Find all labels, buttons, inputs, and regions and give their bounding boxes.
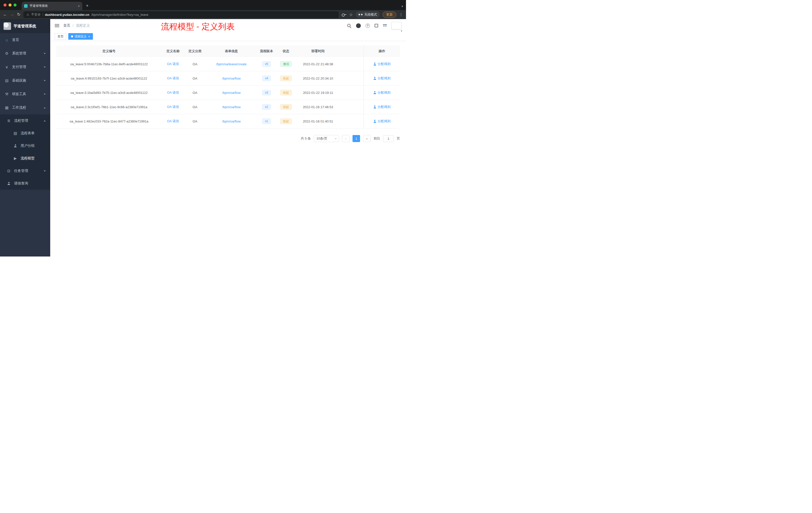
- update-browser-button[interactable]: 更新: [383, 11, 396, 18]
- form-info-link[interactable]: /bpm/oa/flow: [222, 91, 241, 95]
- assign-rule-link[interactable]: 分配规则: [373, 105, 391, 109]
- sidebar-item-process-model[interactable]: ▶ 流程模型: [0, 152, 50, 164]
- fullscreen-icon[interactable]: [375, 24, 378, 27]
- assign-rule-link[interactable]: 分配规则: [373, 119, 391, 123]
- tag-close-icon[interactable]: ×: [88, 35, 90, 38]
- help-icon[interactable]: ?: [366, 24, 370, 28]
- reload-icon[interactable]: ↻: [17, 12, 20, 17]
- sidebar-item-label: 请假查询: [14, 181, 46, 186]
- tab-close-icon[interactable]: ×: [78, 4, 80, 8]
- definition-table: 定义编号 定义名称 定义分类 表单信息 流程版本 状态 部署时间 操作 oa_l…: [56, 46, 400, 128]
- tab-favicon-icon: [24, 4, 28, 8]
- status-badge: 挂起: [280, 76, 292, 81]
- chevron-down-icon: [44, 66, 46, 68]
- sidebar-item-system[interactable]: ⚙ 系统管理: [0, 47, 50, 60]
- definition-name-link[interactable]: OA 请假: [167, 119, 179, 123]
- maximize-window-button[interactable]: [13, 3, 17, 6]
- definition-category: OA: [193, 91, 197, 95]
- user-icon: [373, 62, 376, 65]
- tab-strip: 芋道管理系统 × + ▾: [0, 0, 406, 10]
- version-badge: v1: [262, 118, 271, 124]
- sidebar-item-workflow[interactable]: ▦ 工作流程: [0, 101, 50, 115]
- sidebar-item-devtools[interactable]: ⚒ 研发工具: [0, 87, 50, 101]
- prev-page-button[interactable]: ‹: [342, 135, 349, 142]
- assign-rule-label: 分配规则: [378, 119, 391, 123]
- version-badge: v4: [262, 76, 271, 81]
- bookmark-star-icon[interactable]: ☆: [349, 12, 353, 17]
- chevron-up-icon: [44, 120, 46, 121]
- definition-id: oa_leave:3:1fad3d93-7b75-11ec-a3c8-acde4…: [70, 91, 148, 95]
- user-avatar[interactable]: ▾: [392, 22, 402, 29]
- goto-page-input[interactable]: [383, 135, 394, 142]
- form-info-link[interactable]: /bpm/oa/leave/create: [216, 62, 246, 66]
- definition-name-link[interactable]: OA 请假: [167, 62, 179, 66]
- chevron-down-icon: [44, 171, 46, 172]
- definition-category: OA: [193, 105, 197, 109]
- security-label[interactable]: 不安全: [31, 12, 41, 17]
- sidebar-item-home[interactable]: ⌂ 首页: [0, 33, 50, 47]
- sidebar-item-label: 研发工具: [12, 92, 41, 96]
- column-header: 部署时间: [296, 46, 340, 57]
- sidebar-item-label: 流程管理: [14, 118, 41, 123]
- server-icon: ▤: [4, 78, 9, 83]
- form-info-link[interactable]: /bpm/oa/flow: [222, 77, 241, 80]
- sidebar-item-payment[interactable]: ¥ 支付管理: [0, 60, 50, 74]
- deploy-time: 2022-01-22 19:19:11: [303, 91, 333, 95]
- column-header-spacer: [340, 46, 364, 57]
- address-bar[interactable]: ⚠ 不安全 dashboard.yudao.iocoder.cn /bpm/ma…: [23, 11, 339, 18]
- top-navbar: 首页 / 流程定义 流程模型 - 定义列表 ? TT ▾: [50, 19, 406, 32]
- page-size-select[interactable]: 10条/页 ▾: [314, 135, 339, 142]
- url-path: /bpm/manager/definition?key=oa_leave: [91, 13, 148, 17]
- sidebar-item-process-form[interactable]: ▧ 流程表单: [0, 127, 50, 140]
- assign-rule-link[interactable]: 分配规则: [373, 90, 391, 95]
- sidebar-item-label: 任务管理: [14, 169, 41, 173]
- assign-rule-link[interactable]: 分配规则: [373, 62, 391, 66]
- user-icon: [373, 91, 376, 94]
- font-size-icon[interactable]: TT: [383, 24, 387, 28]
- user-icon: [373, 120, 376, 123]
- forward-icon[interactable]: →: [10, 12, 14, 17]
- app-logo-row[interactable]: 芋道管理系统: [0, 19, 50, 33]
- chevron-down-icon: [44, 53, 46, 54]
- sidebar-item-user-group[interactable]: 用户分组: [0, 140, 50, 152]
- browser-tab[interactable]: 芋道管理系统 ×: [22, 2, 82, 10]
- tools-icon: ⚒: [4, 92, 9, 96]
- breadcrumb-home[interactable]: 首页: [63, 23, 70, 28]
- sidebar-item-leave-query[interactable]: 请假查询: [0, 177, 50, 190]
- page-content: 定义编号 定义名称 定义分类 表单信息 流程版本 状态 部署时间 操作 oa_l…: [50, 41, 406, 256]
- window-controls: [2, 0, 19, 10]
- search-icon[interactable]: [347, 24, 351, 28]
- definition-name-link[interactable]: OA 请假: [167, 105, 179, 109]
- chevron-down-icon: [44, 94, 46, 95]
- tag-home[interactable]: 首页: [55, 33, 66, 40]
- browser-menu-icon[interactable]: ⋮: [399, 12, 403, 17]
- assign-rule-link[interactable]: 分配规则: [373, 76, 391, 81]
- sidebar-item-infrastructure[interactable]: ▤ 基础设施: [0, 74, 50, 87]
- password-key-icon[interactable]: [342, 13, 346, 16]
- list-icon: ≣: [6, 118, 11, 123]
- avatar-caret-icon[interactable]: ▾: [401, 29, 402, 33]
- app-window: 芋道管理系统 ⌂ 首页 ⚙ 系统管理 ¥ 支付管理 ▤ 基础设施 ⚒ 研发工具 …: [0, 19, 406, 256]
- minimize-window-button[interactable]: [8, 3, 11, 6]
- tab-title: 芋道管理系统: [30, 4, 76, 8]
- current-page-button[interactable]: 1: [352, 135, 360, 142]
- tab-search-caret-icon[interactable]: ▾: [402, 4, 403, 8]
- tag-process-definition[interactable]: 流程定义 ×: [68, 33, 93, 40]
- form-info-link[interactable]: /bpm/oa/flow: [222, 105, 241, 109]
- github-icon[interactable]: [356, 23, 361, 28]
- status-badge: 挂起: [280, 104, 292, 110]
- sidebar-item-task-management[interactable]: ⊟ 任务管理: [0, 164, 50, 177]
- status-badge: 激活: [280, 61, 292, 67]
- form-info-link[interactable]: /bpm/oa/flow: [222, 119, 241, 123]
- sidebar-collapse-icon[interactable]: [55, 24, 59, 27]
- definition-name-link[interactable]: OA 请假: [167, 76, 179, 81]
- back-icon[interactable]: ←: [3, 12, 7, 17]
- new-tab-button[interactable]: +: [86, 3, 89, 8]
- close-window-button[interactable]: [3, 3, 6, 6]
- sidebar-item-process-management[interactable]: ≣ 流程管理: [0, 115, 50, 127]
- table-row: oa_leave:1:482ec033-762a-11ec-8477-a2380…: [56, 114, 400, 128]
- table-row: oa_leave:2:3c1f0ef1-76b1-11ec-9c66-a2380…: [56, 100, 400, 114]
- definition-name-link[interactable]: OA 请假: [167, 90, 179, 95]
- next-page-button[interactable]: ›: [363, 135, 371, 142]
- deploy-time: 2022-01-22 20:34:10: [303, 77, 333, 80]
